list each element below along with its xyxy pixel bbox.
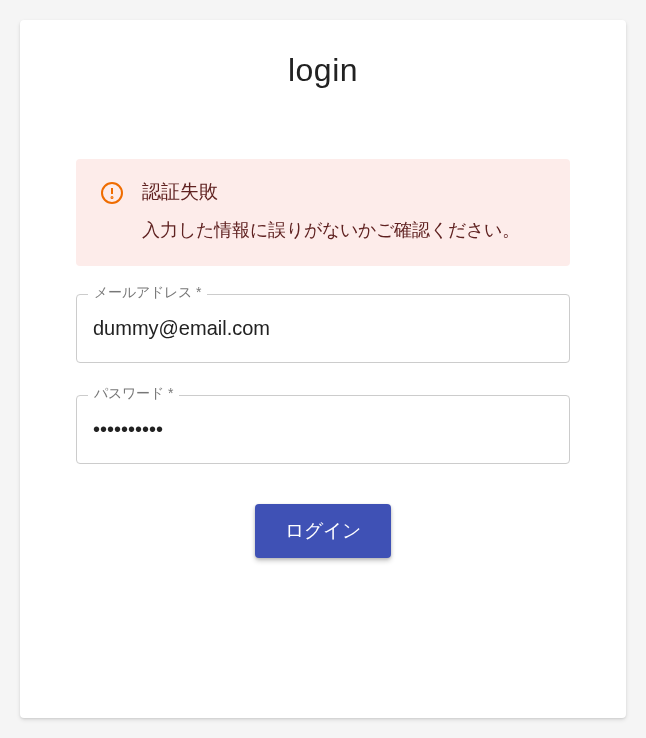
login-card: login 認証失敗 入力した情報に誤りがないかご確認ください。 メールアドレス… xyxy=(20,20,626,718)
alert-message: 入力した情報に誤りがないかご確認ください。 xyxy=(142,215,546,246)
button-row: ログイン xyxy=(76,504,570,558)
email-input[interactable] xyxy=(76,294,570,363)
password-field-group: パスワード * xyxy=(76,395,570,464)
svg-point-2 xyxy=(112,197,113,198)
email-label: メールアドレス * xyxy=(88,284,207,302)
error-icon xyxy=(100,181,124,205)
error-alert: 認証失敗 入力した情報に誤りがないかご確認ください。 xyxy=(76,159,570,266)
email-field-group: メールアドレス * xyxy=(76,294,570,363)
login-button[interactable]: ログイン xyxy=(255,504,391,558)
alert-title: 認証失敗 xyxy=(142,179,546,205)
page-title: login xyxy=(76,52,570,89)
alert-content: 認証失敗 入力した情報に誤りがないかご確認ください。 xyxy=(142,179,546,246)
password-input[interactable] xyxy=(76,395,570,464)
password-label: パスワード * xyxy=(88,385,179,403)
